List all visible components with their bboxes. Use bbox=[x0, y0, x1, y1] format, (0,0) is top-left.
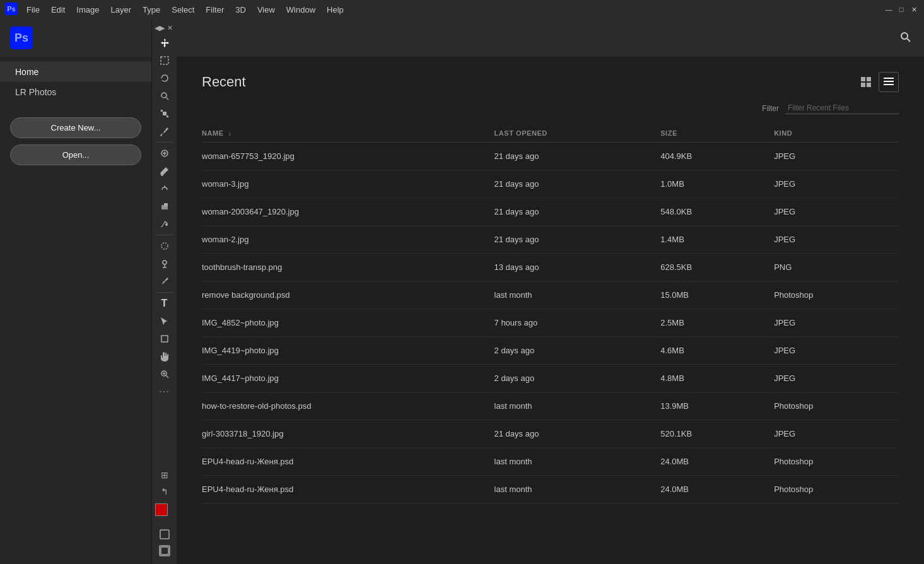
mask-mode-btn[interactable] bbox=[153, 527, 176, 541]
crop-tool[interactable] bbox=[153, 105, 176, 122]
cell-name: IMG_4417~photo.jpg bbox=[202, 365, 487, 392]
cell-kind: JPEG bbox=[766, 337, 899, 365]
cell-kind: Photoshop bbox=[766, 476, 899, 503]
menu-image[interactable]: Image bbox=[71, 3, 104, 17]
col-last-opened[interactable]: LAST OPENED bbox=[487, 124, 653, 143]
menu-select[interactable]: Select bbox=[167, 3, 199, 17]
cell-last-opened: 21 days ago bbox=[487, 198, 653, 226]
cell-name: IMG_4419~photo.jpg bbox=[202, 337, 487, 365]
path-selection-tool[interactable] bbox=[153, 312, 176, 330]
svg-rect-28 bbox=[884, 78, 894, 79]
svg-rect-19 bbox=[160, 530, 169, 539]
move-tool[interactable] bbox=[153, 34, 176, 52]
close-button[interactable]: ✕ bbox=[909, 4, 919, 15]
toolbar-close-icon[interactable]: ✕ bbox=[166, 23, 174, 33]
grid-view-button[interactable] bbox=[856, 72, 876, 92]
table-row[interactable]: IMG_4852~photo.jpg 7 hours ago 2.5MB JPE… bbox=[202, 309, 899, 337]
list-view-button[interactable] bbox=[879, 72, 899, 92]
cell-kind: Photoshop bbox=[766, 281, 899, 309]
menu-3d[interactable]: 3D bbox=[230, 3, 251, 17]
zoom-tool[interactable] bbox=[153, 365, 176, 383]
svg-rect-0 bbox=[161, 57, 168, 64]
type-tool[interactable]: T bbox=[153, 295, 176, 312]
title-bar-left: Ps File Edit Image Layer Type Select Fil… bbox=[5, 3, 349, 17]
blur-tool[interactable] bbox=[153, 237, 176, 255]
menu-edit[interactable]: Edit bbox=[46, 3, 70, 17]
toolbar: ◀▶ ✕ bbox=[151, 19, 177, 564]
svg-line-2 bbox=[166, 97, 168, 100]
brush-tool[interactable] bbox=[153, 162, 176, 180]
svg-rect-24 bbox=[861, 77, 865, 81]
maximize-button[interactable]: □ bbox=[896, 4, 906, 15]
tool-separator-1 bbox=[156, 142, 173, 143]
open-button[interactable]: Open... bbox=[10, 144, 141, 165]
cell-last-opened: 21 days ago bbox=[487, 420, 653, 448]
menu-filter[interactable]: Filter bbox=[201, 3, 229, 17]
filter-input[interactable] bbox=[785, 102, 899, 114]
toolbar-extra-btn2[interactable]: ↰ bbox=[153, 485, 176, 498]
tool-separator-2 bbox=[156, 235, 173, 235]
toolbar-extra-btn[interactable]: ⊞ bbox=[153, 468, 176, 482]
eyedropper-tool[interactable] bbox=[153, 122, 176, 140]
table-row[interactable]: woman-2.jpg 21 days ago 1.4MB JPEG bbox=[202, 226, 899, 254]
pen-tool[interactable] bbox=[153, 273, 176, 290]
menu-file[interactable]: File bbox=[21, 3, 45, 17]
cell-name: EPU4-head-ru-Женя.psd bbox=[202, 448, 487, 476]
menu-type[interactable]: Type bbox=[137, 3, 165, 17]
minimize-button[interactable]: — bbox=[884, 4, 894, 15]
table-row[interactable]: how-to-restore-old-photos.psd last month… bbox=[202, 392, 899, 420]
paint-bucket-tool[interactable] bbox=[153, 215, 176, 233]
col-size[interactable]: SIZE bbox=[653, 124, 766, 143]
table-row[interactable]: woman-2003647_1920.jpg 21 days ago 548.0… bbox=[202, 198, 899, 226]
quick-selection-tool[interactable] bbox=[153, 87, 176, 105]
search-button[interactable] bbox=[899, 30, 911, 46]
color-swatches[interactable] bbox=[155, 503, 174, 522]
dodge-tool[interactable] bbox=[153, 255, 176, 273]
svg-point-22 bbox=[901, 33, 908, 39]
col-kind[interactable]: KIND bbox=[766, 124, 899, 143]
cell-last-opened: 7 hours ago bbox=[487, 309, 653, 337]
table-body: woman-657753_1920.jpg 21 days ago 404.9K… bbox=[202, 143, 899, 503]
cell-kind: Photoshop bbox=[766, 392, 899, 420]
table-row[interactable]: EPU4-head-ru-Женя.psd last month 24.0MB … bbox=[202, 476, 899, 503]
create-new-button[interactable]: Create New... bbox=[10, 117, 141, 138]
cell-kind: JPEG bbox=[766, 143, 899, 170]
table-row[interactable]: IMG_4417~photo.jpg 2 days ago 4.8MB JPEG bbox=[202, 365, 899, 392]
cell-last-opened: 2 days ago bbox=[487, 365, 653, 392]
table-row[interactable]: IMG_4419~photo.jpg 2 days ago 4.6MB JPEG bbox=[202, 337, 899, 365]
cell-name: woman-3.jpg bbox=[202, 170, 487, 198]
table-row[interactable]: woman-3.jpg 21 days ago 1.0MB JPEG bbox=[202, 170, 899, 198]
toolbar-collapse-icon[interactable]: ◀▶ bbox=[155, 23, 165, 33]
healing-brush-tool[interactable] bbox=[153, 144, 176, 162]
cell-name: EPU4-head-ru-Женя.psd bbox=[202, 476, 487, 503]
table-row[interactable]: EPU4-head-ru-Женя.psd last month 24.0MB … bbox=[202, 448, 899, 476]
toolbar-bottom: ⊞ ↰ bbox=[153, 468, 176, 561]
clone-stamp-tool[interactable] bbox=[153, 180, 176, 197]
marquee-tool[interactable] bbox=[153, 52, 176, 69]
left-panel: Ps Home LR Photos Create New... Open... bbox=[0, 19, 151, 564]
cell-kind: JPEG bbox=[766, 420, 899, 448]
foreground-swatch[interactable] bbox=[155, 503, 168, 516]
menu-layer[interactable]: Layer bbox=[106, 3, 137, 17]
table-row[interactable]: girl-3033718_1920.jpg 21 days ago 520.1K… bbox=[202, 420, 899, 448]
table-row[interactable]: remove background.psd last month 15.0MB … bbox=[202, 281, 899, 309]
sidebar-item-lr-photos[interactable]: LR Photos bbox=[0, 82, 151, 102]
screen-mode-btn[interactable] bbox=[153, 544, 176, 558]
table-row[interactable]: toothbrush-transp.png 13 days ago 628.5K… bbox=[202, 254, 899, 281]
recent-title: Recent bbox=[202, 74, 246, 90]
sidebar-item-home[interactable]: Home bbox=[0, 62, 151, 82]
more-tools-button[interactable]: ··· bbox=[153, 383, 176, 401]
cell-last-opened: last month bbox=[487, 448, 653, 476]
menu-view[interactable]: View bbox=[252, 3, 280, 17]
menu-window[interactable]: Window bbox=[281, 3, 320, 17]
col-name[interactable]: NAME ↓ bbox=[202, 124, 487, 143]
eraser-tool[interactable] bbox=[153, 197, 176, 215]
lasso-tool[interactable] bbox=[153, 69, 176, 87]
table-row[interactable]: woman-657753_1920.jpg 21 days ago 404.9K… bbox=[202, 143, 899, 170]
hand-tool[interactable] bbox=[153, 348, 176, 365]
menu-help[interactable]: Help bbox=[322, 3, 349, 17]
cell-kind: JPEG bbox=[766, 309, 899, 337]
rectangle-tool[interactable] bbox=[153, 330, 176, 348]
cell-kind: JPEG bbox=[766, 198, 899, 226]
svg-rect-29 bbox=[884, 81, 894, 82]
